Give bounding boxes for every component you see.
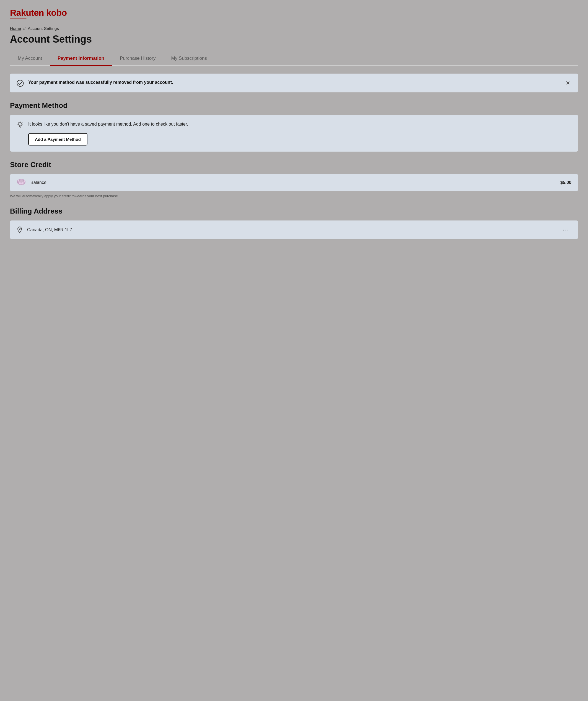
breadcrumb-home[interactable]: Home (10, 26, 21, 31)
svg-point-0 (17, 80, 23, 86)
logo: Rakuten kobo (10, 8, 578, 19)
close-banner-button[interactable]: ✕ (565, 79, 571, 87)
success-banner-left: Your payment method was successfully rem… (17, 79, 173, 87)
no-payment-info-text: It looks like you don't have a saved pay… (28, 121, 188, 128)
balance-amount: $5.00 (560, 180, 571, 185)
breadcrumb-current: Account Settings (28, 26, 59, 31)
success-message: Your payment method was successfully rem… (28, 79, 173, 86)
no-payment-info-box: It looks like you don't have a saved pay… (10, 115, 578, 152)
pin-icon (17, 226, 23, 233)
svg-point-12 (19, 180, 24, 182)
add-payment-button[interactable]: Add a Payment Method (28, 133, 87, 146)
tabs-container: My Account Payment Information Purchase … (10, 52, 578, 66)
address-text: Canada, ON, M6R 1L7 (27, 227, 561, 232)
store-credit-section: Store Credit Balance $5.00 We will autom… (10, 161, 578, 198)
page-title: Account Settings (10, 33, 578, 45)
payment-method-title: Payment Method (10, 101, 578, 110)
store-credit-title: Store Credit (10, 161, 578, 169)
address-row: Canada, ON, M6R 1L7 ··· (10, 220, 578, 239)
check-icon (17, 80, 24, 87)
success-banner: Your payment method was successfully rem… (10, 73, 578, 92)
balance-row: Balance $5.00 (10, 174, 578, 191)
credit-note: We will automatically apply your credit … (10, 194, 578, 198)
payment-method-section: Payment Method It looks like you don't h… (10, 101, 578, 152)
tab-my-subscriptions[interactable]: My Subscriptions (163, 52, 214, 66)
address-more-button[interactable]: ··· (561, 225, 571, 234)
balance-icon (17, 179, 26, 186)
tab-my-account[interactable]: My Account (10, 52, 50, 66)
logo-underline (10, 19, 27, 19)
svg-line-6 (22, 123, 22, 123)
logo-text: Rakuten kobo (10, 8, 578, 18)
billing-address-section: Billing Address Canada, ON, M6R 1L7 ··· (10, 207, 578, 240)
breadcrumb: Home // Account Settings (10, 26, 578, 31)
svg-point-1 (19, 123, 22, 126)
address-divider (10, 240, 578, 240)
breadcrumb-separator: // (23, 26, 25, 31)
tab-payment-information[interactable]: Payment Information (50, 52, 112, 66)
lightbulb-icon (17, 122, 24, 129)
svg-line-5 (18, 123, 19, 123)
svg-point-13 (19, 228, 20, 229)
billing-address-title: Billing Address (10, 207, 578, 216)
info-box-top: It looks like you don't have a saved pay… (17, 121, 571, 129)
tab-purchase-history[interactable]: Purchase History (112, 52, 163, 66)
balance-label: Balance (30, 180, 560, 185)
